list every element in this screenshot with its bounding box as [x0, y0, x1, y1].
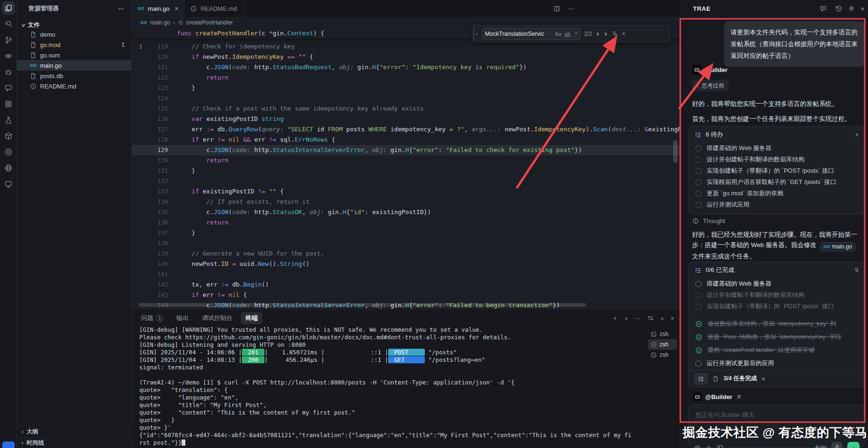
split-editor-icon[interactable]	[553, 5, 560, 12]
expand-collapse-icon[interactable]: ⇅	[854, 267, 859, 273]
code-line-130[interactable]: 130 return	[132, 155, 680, 166]
globe-icon[interactable]	[0, 160, 17, 176]
regex-icon[interactable]: .*	[573, 31, 577, 37]
outline-section[interactable]: › 大纲	[17, 425, 131, 438]
timeline-section[interactable]: › 时间线	[17, 438, 131, 448]
code-line-127[interactable]: 127 err := db.QueryRow(query: "SELECT id…	[132, 124, 680, 135]
panel-tab-终端[interactable]: 终端	[241, 312, 263, 324]
explorer-more-icon[interactable]: ⋯	[118, 5, 125, 12]
code-line-123[interactable]: 123 }	[132, 83, 680, 93]
breadcrumb-file[interactable]: main.go	[150, 19, 170, 26]
task-list-toggle-button[interactable]	[694, 373, 708, 384]
history-icon[interactable]	[835, 5, 843, 12]
code-line-139[interactable]: 139 // Generate a new UUID for the post.	[132, 248, 680, 259]
thinking-process-chip[interactable]: › 思考过程	[692, 80, 729, 91]
explorer-icon[interactable]	[0, 0, 17, 16]
file-item-posts.db[interactable]: posts.db	[17, 71, 131, 81]
editor-vertical-scrollbar[interactable]	[673, 140, 677, 163]
preview-eye-icon[interactable]	[0, 48, 17, 64]
editor-more-actions-icon[interactable]: ⋯	[568, 5, 574, 12]
terminal-dropdown-icon[interactable]: ∨	[625, 316, 628, 321]
chevron-down-icon[interactable]: ∨	[761, 376, 765, 381]
code-line-126[interactable]: 126 var existingPostID string	[132, 114, 680, 124]
file-item-go.sum[interactable]: go.sum	[17, 50, 131, 60]
whole-word-icon[interactable]: ab	[565, 31, 570, 37]
file-item-README.md[interactable]: README.md	[17, 81, 131, 91]
code-line-134[interactable]: 134 // If post exists, return it	[132, 197, 680, 207]
send-button[interactable]: ↑	[847, 442, 860, 448]
find-previous-icon[interactable]: ∧	[596, 31, 600, 37]
task-doc-icon[interactable]	[712, 376, 719, 382]
panel-tab-输出[interactable]: 输出	[172, 312, 193, 324]
panel-tab-问题[interactable]: 问题1	[136, 312, 168, 324]
source-control-icon[interactable]	[0, 32, 17, 48]
mention-icon[interactable]: @	[694, 444, 700, 448]
todo-card-header[interactable]: 6 待办 ∧	[689, 127, 865, 143]
new-terminal-icon[interactable]: ＋	[612, 314, 618, 322]
match-case-icon[interactable]: Aa	[555, 31, 561, 37]
tab-README.md[interactable]: README.md	[184, 0, 243, 17]
code-line-135[interactable]: 135 c.JSON(code: http.StatusOK, obj: gin…	[132, 207, 680, 217]
maximize-panel-icon[interactable]: ∧	[661, 316, 664, 321]
task-item[interactable]: 更新 `go.mod` 添加新的依赖	[689, 188, 865, 199]
terminal-output[interactable]: [GIN-debug] [WARNING] You trusted all pr…	[139, 326, 647, 447]
task-item[interactable]: 运行并测试更新后的应用	[689, 357, 865, 370]
voice-button[interactable]	[831, 442, 843, 448]
collapse-icon[interactable]: ∧	[855, 131, 859, 138]
progress-card-header[interactable]: 0/6 已完成 ⇅	[689, 262, 865, 278]
agent-mention-chip[interactable]: @Builder	[693, 392, 742, 401]
task-item[interactable]: 实现创建帖子（带翻译）的 `POST /posts` 接口	[689, 301, 865, 312]
close-panel-icon[interactable]: ×	[860, 5, 865, 13]
chat-icon[interactable]	[0, 80, 17, 96]
package-icon[interactable]	[0, 128, 17, 144]
find-input[interactable]: MockTranslationServic Aa ab .*	[482, 28, 581, 40]
find-query[interactable]: MockTranslationServic	[485, 31, 544, 37]
code-line-128[interactable]: 128 if err != nil && err != sql.ErrNoRow…	[132, 135, 680, 145]
file-item-main.go[interactable]: GOmain.go	[17, 60, 131, 71]
find-close-icon[interactable]: ×	[622, 31, 625, 37]
code-line-122[interactable]: 122 return	[132, 72, 680, 83]
code-viewport[interactable]: 119 // Check for idempotency key120 if n…	[132, 39, 680, 309]
find-in-selection-icon[interactable]	[612, 31, 618, 37]
code-line-121[interactable]: 121 c.JSON(code: http.StatusBadRequest, …	[132, 62, 680, 72]
task-item[interactable]: 设计并创建帖子和翻译的数据库结构	[689, 289, 865, 301]
code-line-133[interactable]: 133 if existingPostID != "" {	[132, 186, 680, 197]
code-line-140[interactable]: 140 newPost.ID = uuid.New().String()	[132, 259, 680, 269]
explorer-section-files[interactable]: ∨ 文件	[17, 20, 131, 30]
new-chat-icon[interactable]	[820, 5, 827, 12]
context-icon[interactable]: #	[707, 444, 710, 448]
remote-icon[interactable]	[0, 176, 17, 192]
tab-main.go[interactable]: GOmain.go×	[132, 0, 184, 17]
extensions-icon[interactable]	[0, 96, 17, 112]
file-item-go.mod[interactable]: go.mod1	[17, 40, 131, 50]
code-line-143[interactable]: 143 if err != nil {	[132, 290, 680, 300]
terminal-instance-zsh[interactable]: zsh	[648, 339, 677, 350]
task-item[interactable]: 更新 `Post` 结构体，添加 `IdempotencyKey` 字段	[689, 330, 865, 344]
tests-icon[interactable]	[0, 112, 17, 128]
close-tab-icon[interactable]: ×	[175, 5, 178, 12]
settings-gear-icon[interactable]	[848, 5, 855, 12]
panel-tab-调试控制台[interactable]: 调试控制台	[197, 312, 237, 324]
remote-indicator[interactable]	[2, 441, 15, 448]
panel-more-icon[interactable]: ⋯	[635, 315, 641, 322]
task-item[interactable]: 实现根据用户语言获取帖子的 `GET /posts` 接口	[689, 176, 865, 188]
coverage-icon[interactable]	[0, 144, 17, 160]
find-expand-icon[interactable]: ›	[476, 31, 478, 37]
code-line-141[interactable]: 141	[132, 269, 680, 280]
terminal-instance-zsh[interactable]: zsh	[648, 350, 677, 360]
task-item[interactable]: 设计并创建帖子和翻译的数据库结构	[689, 154, 865, 165]
task-item[interactable]: 搭建基础的 Web 服务器	[689, 143, 865, 154]
task-item[interactable]: 搭建基础的 Web 服务器	[689, 278, 865, 289]
thought-row[interactable]: Thought	[692, 217, 725, 224]
file-reference-chip[interactable]: GOmain.go	[820, 242, 855, 251]
task-item[interactable]: 修改数据库表结构，添加 `idempotency_key` 列	[689, 317, 865, 330]
editor-horizontal-scrollbar[interactable]	[138, 303, 586, 307]
terminal-instance-zsh[interactable]: zsh	[648, 329, 677, 339]
task-item[interactable]: 重构 `createPostHandler` 以使用幂等键	[689, 344, 865, 357]
code-line-125[interactable]: 125 // Check if a post with the same ide…	[132, 104, 680, 114]
code-line-120[interactable]: 120 if newPost.IdempotencyKey == "" {	[132, 52, 680, 62]
code-line-129[interactable]: 129 c.JSON(code: http.StatusInternalServ…	[132, 145, 680, 155]
code-line-124[interactable]: 124	[132, 93, 680, 104]
breadcrumb-symbol[interactable]: createPostHandler	[186, 19, 233, 26]
file-item-demo[interactable]: demo	[17, 29, 131, 40]
